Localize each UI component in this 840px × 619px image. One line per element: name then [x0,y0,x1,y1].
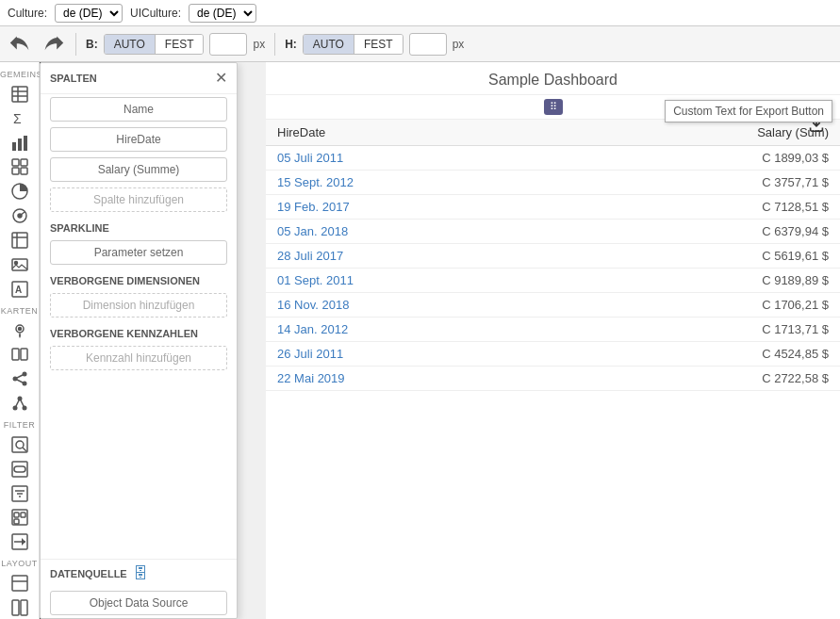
width-input[interactable] [209,33,247,56]
add-kpi-btn[interactable]: Kennzahl hinzufügen [50,346,227,370]
svg-rect-41 [14,466,25,472]
sidebar-icon-network1[interactable] [4,367,36,390]
column-hiredate-btn[interactable]: HireDate [50,127,227,152]
add-dimension-btn[interactable]: Dimension hinzufügen [50,293,227,318]
width-px: px [253,38,265,51]
add-column-btn[interactable]: Spalte hinzufügen [50,187,227,212]
sidebar-icon-image[interactable] [4,253,36,276]
dashboard-title: Sample Dashboard [266,62,840,95]
svg-rect-5 [12,142,16,151]
table-row: 05 Juli 2011C 1899,03 $ [266,146,840,171]
sidebar-icon-layout2[interactable] [4,596,36,619]
svg-rect-56 [21,600,27,615]
culture-bar: Culture: de (DE) UICulture: de (DE) [0,0,840,26]
cell-amount: C 2722,58 $ [560,367,840,391]
section-layout: LAYOUT [0,555,39,570]
svg-rect-25 [12,349,19,360]
table-row: 28 Juli 2017C 5619,61 $ [266,244,840,269]
cell-date: 28 Juli 2017 [266,244,560,269]
cell-amount: C 1899,03 $ [560,146,840,171]
sidebar-icon-filter5[interactable] [4,530,36,553]
svg-rect-0 [12,87,27,102]
h-label: H: [285,38,297,51]
table-row: 01 Sept. 2011C 9189,89 $ [266,269,840,293]
cell-date: 19 Feb. 2017 [266,195,560,220]
table-row: 05 Jan. 2018C 6379,94 $ [266,220,840,244]
svg-rect-9 [21,159,27,166]
sidebar-icon-pivot[interactable] [4,229,36,252]
sidebar-icon-chart2[interactable] [4,156,36,179]
width-seg: AUTO FEST [104,34,205,55]
sidebar-icon-layout1[interactable] [4,572,36,595]
panel-title: SPALTEN [50,73,97,84]
width-auto-btn[interactable]: AUTO [105,35,156,54]
sidebar-icon-gauge[interactable] [4,204,36,227]
sidebar-icon-map2[interactable] [4,343,36,366]
column-salary-btn[interactable]: Salary (Summe) [50,157,227,182]
cell-amount: C 1713,71 $ [560,318,840,342]
panel-header: SPALTEN ✕ [41,63,237,94]
svg-rect-48 [21,513,25,517]
sidebar-icon-filter3[interactable] [4,482,36,505]
width-fest-btn[interactable]: FEST [156,35,204,54]
cell-amount: C 4524,85 $ [560,342,840,367]
cell-amount: C 1706,21 $ [560,293,840,318]
sidebar-icon-chart-bar[interactable] [4,132,36,155]
datasource-btn[interactable]: Object Data Source [50,591,227,615]
ui-culture-label: UICulture: [130,7,181,20]
sidebar-icon-map1[interactable] [4,319,36,342]
datasource-label: DATENQUELLE [50,568,127,579]
redo-button[interactable] [40,31,66,57]
section-gemeinsam: GEMEINSAM [0,66,39,81]
sidebar-icon-table[interactable] [4,83,36,106]
sidebar-icon-pie[interactable] [4,180,36,203]
height-input[interactable] [409,33,447,56]
sidebar-icon-sum[interactable]: Σ [4,107,36,130]
sidebar-icon-text[interactable]: A [4,278,36,301]
svg-rect-26 [21,349,27,360]
culture-select[interactable]: de (DE) [55,4,123,23]
cell-amount: C 7128,51 $ [560,195,840,220]
svg-point-20 [14,261,17,264]
panel-close-button[interactable]: ✕ [215,71,227,86]
sidebar-icon-filter1[interactable] [4,433,36,456]
svg-rect-11 [21,168,27,174]
hidden-kpi-section-title: VERBORGENE KENNZAHLEN [41,320,237,343]
sidebar-icon-filter2[interactable] [4,458,36,481]
sidebar-icon-filter4[interactable] [4,507,36,529]
panel-content: Name HireDate Salary (Summe) Spalte hinz… [41,94,237,559]
toolbar: B: AUTO FEST px H: AUTO FEST px [0,26,840,62]
column-name-btn[interactable]: Name [50,97,227,122]
svg-rect-8 [12,159,19,166]
svg-rect-19 [12,259,27,270]
svg-rect-7 [24,136,27,151]
dashboard: Sample Dashboard ⠿ Custom Text for Expor… [266,62,840,619]
svg-point-24 [18,327,21,330]
cell-date: 22 Mai 2019 [266,367,560,391]
cell-amount: C 5619,61 $ [560,244,840,269]
col-header-salary: Salary (Sum) [560,120,840,146]
divider-2 [274,33,275,56]
grid-icon-btn[interactable]: ⠿ [544,99,563,115]
svg-text:Σ: Σ [13,111,22,126]
undo-button[interactable] [8,31,34,57]
cell-amount: C 6379,94 $ [560,220,840,244]
height-auto-btn[interactable]: AUTO [304,35,354,54]
svg-rect-53 [12,576,27,591]
sparkline-param-btn[interactable]: Parameter setzen [50,240,227,265]
cell-date: 14 Jan. 2012 [266,318,560,342]
cell-date: 01 Sept. 2011 [266,269,560,293]
cell-date: 26 Juli 2011 [266,342,560,367]
cell-date: 05 Jan. 2018 [266,220,560,244]
ui-culture-select[interactable]: de (DE) [189,4,256,23]
divider-1 [75,33,76,56]
height-fest-btn[interactable]: FEST [354,35,403,54]
panel: SPALTEN ✕ Name HireDate Salary (Summe) S… [40,62,238,619]
svg-rect-16 [12,233,27,248]
table-row: 15 Sept. 2012C 3757,71 $ [266,171,840,195]
height-seg: AUTO FEST [303,34,404,55]
svg-line-35 [15,399,20,408]
table-row: 16 Nov. 2018C 1706,21 $ [266,293,840,318]
svg-line-31 [15,379,25,383]
sidebar-icon-network2[interactable] [4,392,36,415]
